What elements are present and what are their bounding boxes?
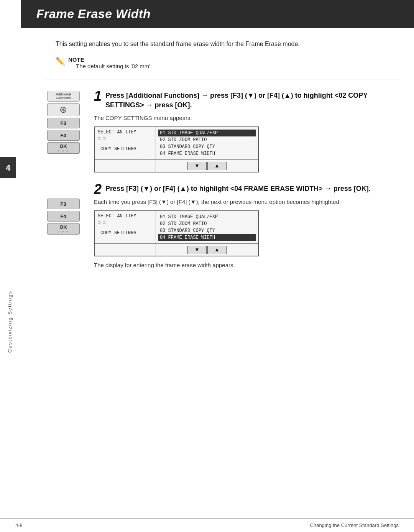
lcd1-arrow-down[interactable]: ▼ [187, 162, 207, 170]
lcd2-footer-left [95, 244, 156, 256]
step1-lcd: SELECT AN ITEM □ □ COPY SETTINGS 01 STD … [94, 126, 259, 172]
main-content: This setting enables you to set the stan… [44, 28, 399, 274]
lcd1-footer-left [95, 160, 156, 172]
page-wrapper: 4 Customizing Settings Frame Erase Width… [0, 0, 414, 532]
lcd2-left: SELECT AN ITEM □ □ COPY SETTINGS [95, 211, 156, 243]
lcd1-footer: ▼ ▲ [95, 160, 258, 172]
lcd2-copy-settings: COPY SETTINGS [98, 229, 139, 237]
lcd2-item-4: 04 FRAME ERASE WIDTH [158, 234, 256, 241]
intro-text: This setting enables you to set the stan… [56, 39, 399, 49]
lcd2-item-1: 01 STD IMAGE QUAL/EXP [158, 213, 256, 220]
additional-functions-icon[interactable]: ⊛ [47, 103, 80, 116]
step2-sub-text: Each time you press [F3] (▼) or [F4] (▼)… [94, 199, 399, 205]
lcd1-item-2: 02 STD ZOOM RATIO [158, 136, 256, 143]
lcd1-item-1: 01 STD IMAGE QUAL/EXP [158, 130, 256, 136]
ok-button-step1[interactable]: OK ○ ○ ○ [47, 142, 80, 154]
lcd2-dots: □ □ [98, 220, 153, 225]
f3-button-step2[interactable]: F3 [47, 199, 80, 209]
step2-section: F3 F4 OK ○ ○ ○ 2 Press [F3] (▼) or [F4] … [44, 184, 399, 273]
step1-button-panel: Additional Functions ⊛ F3 F4 OK ○ ○ ○ [44, 91, 82, 154]
step2-after-text: The display for entering the frame erase… [94, 262, 399, 268]
side-label: Customizing Settings [7, 291, 13, 353]
f3-button-step1[interactable]: F3 [47, 118, 80, 128]
ok-button-step2[interactable]: OK ○ ○ ○ [47, 223, 80, 235]
page-footer: 4-8 Changing the Current Standard Settin… [0, 518, 414, 532]
lcd2-right: 01 STD IMAGE QUAL/EXP 02 STD ZOOM RATIO … [156, 211, 258, 243]
step2-content: 2 Press [F3] (▼) or [F4] (▲) to highligh… [94, 184, 399, 273]
lcd1-footer-right: ▼ ▲ [156, 160, 258, 172]
note-content: NOTE The default setting is '02 mm'. [68, 56, 152, 69]
step1-section: Additional Functions ⊛ F3 F4 OK ○ ○ ○ 1 … [44, 91, 399, 172]
f4-button-step1[interactable]: F4 [47, 130, 80, 141]
lcd2-arrow-down[interactable]: ▼ [187, 246, 207, 254]
lcd2-footer: ▼ ▲ [95, 244, 258, 256]
footer-page-number: 4-8 [15, 522, 23, 528]
step2-button-panel: F3 F4 OK ○ ○ ○ [44, 184, 82, 235]
lcd1-item-4: 04 FRAME ERASE WIDTH [158, 150, 256, 157]
lcd1-item-3: 03 STANDARD COPY QTY [158, 143, 256, 150]
step1-header: 1 Press [Additional Functions] → press [… [94, 91, 399, 115]
step2-number: 2 [94, 182, 102, 196]
lcd2-footer-right: ▼ ▲ [156, 244, 258, 256]
vertical-tab: Customizing Settings [0, 134, 19, 509]
page-title: Frame Erase Width [36, 7, 151, 21]
lcd1-select-label: SELECT AN ITEM [98, 130, 153, 135]
step2-instruction: Press [F3] (▼) or [F4] (▲) to highlight … [94, 184, 399, 194]
footer-section-title: Changing the Current Standard Settings [310, 522, 399, 528]
section-divider [44, 79, 399, 79]
note-text: The default setting is '02 mm'. [76, 63, 152, 69]
lcd2-select-label: SELECT AN ITEM [98, 213, 153, 219]
lcd1-arrow-up[interactable]: ▲ [207, 162, 227, 170]
step2-header: 2 Press [F3] (▼) or [F4] (▲) to highligh… [94, 184, 399, 198]
lcd2-arrow-up[interactable]: ▲ [207, 246, 227, 254]
note-label: NOTE [68, 56, 152, 63]
note-icon: ✏️ [56, 57, 65, 66]
step1-number: 1 [94, 89, 102, 103]
step1-content: 1 Press [Additional Functions] → press [… [94, 91, 399, 172]
lcd1-dots: □ □ [98, 136, 153, 141]
step1-sub-text: The COPY SETTINGS menu appears. [94, 115, 399, 121]
lcd1-left: SELECT AN ITEM □ □ COPY SETTINGS [95, 127, 156, 159]
lcd2-item-3: 03 STANDARD COPY QTY [158, 227, 256, 234]
lcd2-item-2: 02 STD ZOOM RATIO [158, 220, 256, 227]
lcd1-copy-settings: COPY SETTINGS [98, 145, 139, 153]
lcd1-header: SELECT AN ITEM □ □ COPY SETTINGS 01 STD … [95, 127, 258, 160]
note-section: ✏️ NOTE The default setting is '02 mm'. [56, 56, 399, 69]
step2-lcd: SELECT AN ITEM □ □ COPY SETTINGS 01 STD … [94, 210, 259, 256]
step1-instruction: Press [Additional Functions] → press [F3… [94, 91, 399, 110]
lcd1-right: 01 STD IMAGE QUAL/EXP 02 STD ZOOM RATIO … [156, 127, 258, 159]
page-header: Frame Erase Width [21, 0, 414, 28]
lcd2-header: SELECT AN ITEM □ □ COPY SETTINGS 01 STD … [95, 211, 258, 244]
additional-functions-label: Additional Functions [47, 91, 80, 102]
f4-button-step2[interactable]: F4 [47, 211, 80, 222]
